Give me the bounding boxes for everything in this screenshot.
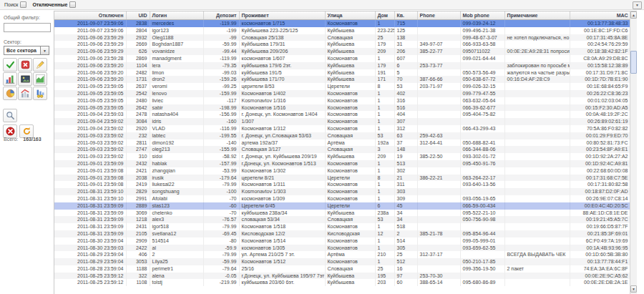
sector-select-value: Все сектора (4, 48, 40, 53)
cell-otklyuchen: 2011-08-30 23:59:04 (54, 237, 126, 245)
table-row[interactable]: 2011-08-28 23:59:041188perimetr1-79.6425… (54, 265, 630, 273)
cell-ulitsa: Космонавтов (325, 118, 375, 125)
area-chart-button[interactable] (33, 72, 47, 86)
table-row[interactable]: 2011-08-31 23:59:102829songshuang-100Kos… (54, 188, 630, 195)
cell-mob_phone: 066-344-88-06 (460, 146, 504, 153)
column-header-prozhivaet[interactable]: Проживает (239, 11, 325, 20)
cell-primechanie (504, 245, 570, 252)
table-row[interactable]: 2011-09-03 23:59:02310sidoi-58.92г. Доне… (54, 153, 630, 160)
table-row[interactable]: 2011-09-04 23:59:023084idris-1601/307Кос… (54, 118, 630, 125)
column-header-kv[interactable]: Кв. (394, 11, 417, 20)
stats-chart-button[interactable] (18, 87, 32, 100)
table-row[interactable]: 2011-08-30 23:59:032422al-59.9космонавто… (54, 245, 630, 252)
table-row[interactable]: 2011-08-31 23:59:092431igor518-79.99Косм… (54, 223, 630, 230)
scroll-down-button[interactable]: ▼ (630, 285, 637, 293)
cell-primechanie (504, 258, 570, 265)
cell-phone (417, 90, 460, 97)
table-row[interactable]: 2011-08-30 23:59:042909514514-80Космонав… (54, 237, 630, 245)
tab-overflow-button[interactable]: ▼ (633, 1, 642, 9)
cell-login: hablak (150, 160, 203, 167)
column-header-ulitsa[interactable]: Улица (325, 11, 375, 20)
table-row[interactable]: 2011-09-03 23:59:02232labtec-199.55г. До… (54, 132, 630, 139)
cell-uid: 1218 (126, 216, 150, 223)
column-header-login[interactable]: Логин (150, 11, 203, 20)
table-row[interactable]: 2011-09-07 23:59:062838mercedes-119.99ко… (54, 20, 630, 27)
table-row[interactable]: 2011-09-06 23:59:202482limon-99.03куйбыш… (54, 69, 630, 77)
image-button[interactable] (18, 72, 32, 86)
cell-primechanie (504, 223, 570, 230)
table-row[interactable]: 2011-08-25 23:59:121108tolstj-219.99куйб… (54, 279, 630, 286)
cell-otklyuchen: 2011-09-07 23:59:06 (54, 20, 126, 27)
table-row[interactable]: 2011-08-31 23:59:091218alex3-76.57словац… (54, 216, 630, 223)
scroll-up-button[interactable]: ▲ (630, 11, 637, 19)
table-row[interactable]: 2011-09-06 23:59:292932Oleg1188-99Словац… (54, 34, 630, 41)
column-header-deposit[interactable]: Депозит (203, 11, 239, 20)
pie-chart-button[interactable] (3, 87, 17, 100)
table-row[interactable]: 2011-08-31 23:59:102991Afolabi-70космона… (54, 195, 630, 202)
table-row[interactable]: 2011-09-05 23:59:052480liviec-117Kosmona… (54, 97, 630, 104)
cell-prozhivaet: г. Донецк, ул.Словацкая 53/63 (239, 132, 325, 139)
tab-search-icon[interactable] (20, 1, 26, 8)
table-row[interactable]: 2011-09-03 23:59:022811dimon192-140артем… (54, 139, 630, 147)
cell-kv: 607 (394, 55, 417, 62)
money-chart-button[interactable] (33, 87, 47, 100)
cell-uid: 1731 (126, 76, 150, 83)
cell-ulitsa: Куйбышева (325, 62, 375, 69)
tab-search[interactable]: Поиск (3, 0, 31, 10)
cell-otklyuchen: 2011-09-04 23:59:02 (54, 118, 126, 125)
cell-mac: 00:1D:92:4C:A9:81 (570, 160, 630, 167)
table-row[interactable]: 2011-09-01 23:59:082038irusik-179.64цере… (54, 175, 630, 182)
cell-phone (417, 118, 460, 125)
cell-mac: 00:18:38:42:82:1F (570, 48, 630, 55)
column-header-mac[interactable]: МАС (570, 11, 630, 20)
table-row[interactable]: 2011-09-04 23:59:032478natasha404-156.99… (54, 111, 630, 118)
table-row[interactable]: 2011-08-31 23:59:092105svetlana12-69.45К… (54, 230, 630, 237)
column-header-dom[interactable]: Дом (375, 11, 394, 20)
table-row[interactable]: 2011-09-05 23:59:052542lenovo-159.99Косм… (54, 90, 630, 97)
sector-select[interactable]: Все сектора ▼ (4, 46, 49, 55)
column-header-mob_phone[interactable]: Mob phone (460, 11, 504, 20)
column-header-primechanie[interactable]: Примечание (504, 11, 570, 20)
table-row[interactable]: 2011-08-25 23:59:12322alena-0.05г.Донецк… (54, 273, 630, 280)
filter-input[interactable] (4, 23, 51, 32)
cell-uid: 2889 (126, 202, 150, 210)
tab-disconnected-icon[interactable] (69, 1, 76, 8)
table-row[interactable]: 2011-09-06 23:59:201731dron2-159.26куйбы… (54, 76, 630, 83)
table-row[interactable]: 2011-09-04 23:59:022920VLAD-116.99Космон… (54, 125, 630, 132)
table-row[interactable]: 2011-09-01 23:59:082419liukesai22-79.99К… (54, 181, 630, 188)
table-row[interactable]: 2011-09-06 23:59:282869manadgment-119.99… (54, 55, 630, 62)
table-row[interactable]: 2011-09-06 23:59:292669Boghdan1887-59.99… (54, 41, 630, 48)
table-row[interactable]: 2011-08-31 23:59:093069chelenko-70куйбыш… (54, 210, 630, 217)
column-header-phone[interactable]: Phone (417, 11, 460, 20)
column-header-otklyuchen[interactable]: Отключен (54, 11, 126, 20)
table-row[interactable]: 2011-09-05 23:59:052637veromi-99.25церит… (54, 83, 630, 90)
cell-prozhivaet: Космонавтов 1/402 (239, 90, 325, 97)
bar-chart-button[interactable] (3, 72, 17, 86)
table-row[interactable]: 2011-09-05 23:59:052642sabir-198.99Космо… (54, 104, 630, 112)
delete-button[interactable] (18, 58, 32, 72)
apply-button[interactable] (3, 58, 17, 72)
table-row[interactable]: 2011-08-29 23:59:043053Lilya25-59.99Косм… (54, 258, 630, 265)
scrollbar-thumb[interactable] (630, 51, 637, 74)
cell-mob_phone (460, 167, 504, 175)
cell-login: irusik (150, 175, 203, 182)
preview-button[interactable] (3, 109, 17, 122)
table-row[interactable]: 2011-09-06 23:59:29626vovanidze-99.44Куй… (54, 48, 630, 55)
table-row[interactable]: 2011-09-07 23:59:062804igor123-199Куйбыш… (54, 27, 630, 34)
cell-otklyuchen: 2011-09-06 23:59:28 (54, 55, 126, 62)
cell-uid: 2642 (126, 104, 150, 112)
cell-mac: 00:21:85:3F:69:01 (570, 230, 630, 237)
table-row[interactable]: 2011-09-01 23:59:082421zhangqian-53.99Ко… (54, 167, 630, 175)
total-label: Всего: (4, 137, 18, 142)
tab-disconnected[interactable]: Отключенные (31, 0, 80, 10)
vertical-scrollbar[interactable]: ▲ ▼ (630, 11, 637, 294)
table-row[interactable]: 2011-08-29 23:59:044062-79.99ул. Артема … (54, 251, 630, 258)
table-row[interactable]: 2011-09-03 23:59:022747oleg213-155.99Сло… (54, 146, 630, 153)
column-header-uid[interactable]: UID (126, 11, 150, 20)
table-row[interactable]: 2011-09-01 23:59:092432hablak-157.99г.До… (54, 160, 630, 167)
sector-label: Сектор: (4, 39, 21, 44)
cell-login: veromi (150, 83, 203, 90)
table-row[interactable]: 2011-08-31 23:59:092889stas123-60Церетел… (54, 202, 630, 210)
edit-button[interactable] (33, 58, 47, 72)
table-row[interactable]: 2011-09-06 23:59:201104lera-79.35куйбыше… (54, 62, 630, 69)
